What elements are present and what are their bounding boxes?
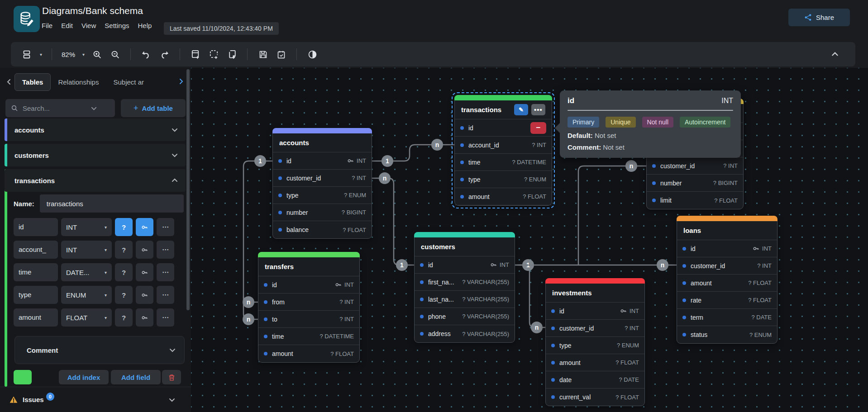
menu-view[interactable]: View [81, 22, 96, 29]
table-field-row[interactable]: first_na...? VARCHAR(255) [415, 274, 515, 291]
table-field-row[interactable]: balance? FLOAT [273, 221, 372, 238]
table-more-options-button[interactable]: ••• [531, 104, 545, 115]
table-field-row[interactable]: idINT [546, 303, 644, 320]
field-more-options-button[interactable]: ⋯ [157, 241, 174, 259]
field-type-select[interactable]: INT▾ [61, 218, 112, 236]
table-field-row[interactable]: limit? FLOAT [647, 192, 743, 209]
table-field-row[interactable]: type? ENUM [273, 187, 372, 204]
nullable-toggle-button[interactable]: ? [115, 308, 133, 327]
table-field-row[interactable]: date? DATE [546, 371, 644, 388]
add-note-icon[interactable] [226, 48, 238, 60]
table-field-row[interactable]: phone? VARCHAR(255) [415, 308, 515, 325]
chevron-down-icon[interactable] [171, 126, 178, 133]
canvas-table-transactions[interactable]: transactions✎•••id−account_id? INTtime? … [454, 95, 552, 206]
add-table-button[interactable]: + Add table [121, 99, 186, 117]
collapse-toolbar-icon[interactable] [831, 50, 839, 58]
nullable-toggle-button[interactable]: ? [115, 241, 133, 259]
delete-table-button[interactable] [162, 370, 181, 384]
search-options-chevron-icon[interactable] [91, 105, 97, 112]
nullable-toggle-button[interactable]: ? [115, 263, 133, 281]
primary-key-toggle-button[interactable] [136, 308, 153, 327]
table-field-row[interactable]: idINT [415, 256, 515, 274]
table-field-row[interactable]: number? BIGINT [647, 175, 743, 192]
table-title[interactable]: accounts [273, 133, 372, 152]
table-field-row[interactable]: from? INT [258, 294, 359, 311]
primary-key-toggle-button[interactable] [136, 263, 153, 281]
add-index-button[interactable]: Add index [59, 370, 109, 384]
primary-key-toggle-button[interactable] [136, 286, 153, 304]
table-field-row[interactable]: idINT [273, 152, 372, 170]
table-title[interactable]: investments [546, 284, 644, 303]
table-field-row[interactable]: amount? FLOAT [546, 354, 644, 371]
table-field-row[interactable]: account_id? INT [455, 137, 552, 154]
todo-icon[interactable] [275, 48, 287, 60]
table-title[interactable]: loans [677, 221, 777, 240]
canvas-table-accounts[interactable]: accountsidINTcustomer_id? INTtype? ENUMn… [272, 128, 372, 239]
table-field-row[interactable]: customer_id? INT [273, 170, 372, 187]
save-icon[interactable] [257, 48, 269, 60]
field-type-select[interactable]: ENUM▾ [61, 286, 112, 304]
tab-tables[interactable]: Tables [14, 73, 51, 91]
add-field-button[interactable]: Add field [111, 370, 161, 384]
share-button[interactable]: Share [788, 9, 850, 26]
chevron-up-icon[interactable] [171, 177, 178, 184]
delete-field-button[interactable]: − [530, 122, 546, 134]
add-area-icon[interactable] [208, 48, 219, 60]
table-field-row[interactable]: amount? FLOAT [677, 275, 777, 292]
tab-subject-areas[interactable]: Subject ar [106, 74, 151, 90]
chevron-down-icon[interactable] [168, 396, 176, 403]
search-input[interactable] [23, 104, 86, 112]
menu-help[interactable]: Help [138, 22, 152, 29]
table-title[interactable]: transactions✎••• [455, 100, 552, 119]
diagram-canvas[interactable]: 1nn1nn11nnn accountsidINTcustomer_id? IN… [191, 68, 868, 412]
zoom-out-icon[interactable] [109, 48, 121, 60]
zoom-caret-icon[interactable]: ▾ [82, 52, 85, 57]
table-title[interactable]: transfers [258, 257, 359, 276]
nullable-toggle-button[interactable]: ? [115, 286, 133, 304]
table-field-row[interactable]: number? BIGINT [273, 204, 372, 221]
table-color-swatch[interactable] [14, 370, 32, 384]
sidebar-item-accounts[interactable]: accounts [5, 118, 186, 141]
tabs-scroll-right-icon[interactable] [177, 78, 186, 85]
canvas-table-customers[interactable]: customersidINTfirst_na...? VARCHAR(255)l… [414, 232, 515, 343]
table-field-row[interactable]: id− [455, 119, 552, 137]
table-field-row[interactable]: idINT [677, 240, 777, 257]
table-field-row[interactable]: amount? FLOAT [258, 345, 359, 362]
table-field-row[interactable]: amount? FLOAT [455, 188, 552, 205]
comment-section[interactable]: Comment [14, 336, 185, 364]
issues-bar[interactable]: Issues 0 [0, 387, 191, 412]
primary-key-toggle-button[interactable] [136, 218, 153, 236]
sidebar-scrollbar[interactable] [186, 69, 190, 310]
table-field-row[interactable]: current_val? FLOAT [546, 388, 644, 406]
field-more-options-button[interactable]: ⋯ [157, 286, 174, 304]
table-field-row[interactable]: idINT [258, 276, 359, 294]
field-name-input[interactable]: type [14, 286, 58, 304]
diagram-layout-icon[interactable] [21, 48, 33, 60]
table-field-row[interactable]: type? ENUM [455, 171, 552, 188]
layout-caret-icon[interactable]: ▾ [40, 52, 42, 57]
field-name-input[interactable]: id [14, 218, 58, 236]
table-field-row[interactable]: status? ENUM [677, 326, 777, 343]
search-box[interactable] [5, 99, 115, 117]
field-name-input[interactable]: amount [14, 308, 58, 327]
canvas-table-investments[interactable]: investmentsidINTcustomer_id? INTtype? EN… [545, 278, 645, 406]
field-name-input[interactable]: account_ [14, 241, 58, 259]
table-field-row[interactable]: address? VARCHAR(255) [415, 325, 515, 342]
tabs-scroll-left-icon[interactable] [5, 78, 14, 85]
table-name-input[interactable] [40, 194, 184, 213]
table-field-row[interactable]: term? DATE [677, 309, 777, 326]
chevron-down-icon[interactable] [171, 152, 178, 159]
sidebar-item-transactions[interactable]: transactions [5, 169, 186, 192]
table-field-row[interactable]: type? ENUM [546, 337, 644, 354]
table-field-row[interactable]: time? DATETIME [258, 328, 359, 345]
zoom-in-icon[interactable] [91, 48, 103, 60]
canvas-table-transfers[interactable]: transfersidINTfrom? INTto? INTtime? DATE… [258, 252, 360, 363]
primary-key-toggle-button[interactable] [136, 241, 153, 259]
nullable-toggle-button[interactable]: ? [115, 218, 133, 236]
menu-file[interactable]: File [42, 22, 52, 29]
table-field-row[interactable]: last_na...? VARCHAR(255) [415, 291, 515, 308]
undo-icon[interactable] [140, 48, 152, 60]
table-title[interactable]: customers [415, 237, 515, 256]
table-field-row[interactable]: customer_id? INT [546, 320, 644, 337]
theme-toggle-icon[interactable] [306, 48, 318, 60]
